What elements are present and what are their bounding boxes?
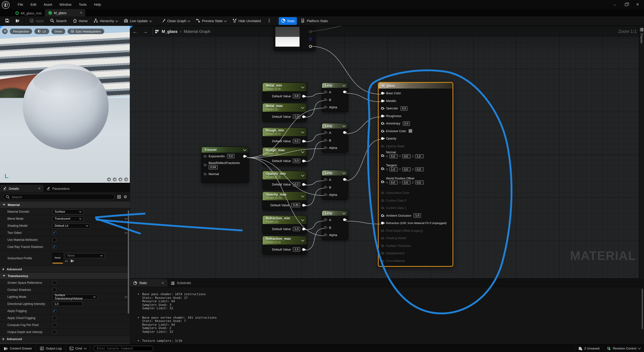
nav-back-button[interactable]: ← [130, 29, 140, 34]
apply-button[interactable]: Apply [27, 17, 46, 25]
search-button[interactable]: Search [48, 17, 69, 25]
input-pin[interactable] [204, 164, 206, 166]
param-node-opacity_max[interactable]: Opacity_max Param (0.35) Default Value 0… [262, 192, 307, 210]
material-input-pin[interactable] [381, 154, 384, 157]
param-node-rough_min[interactable]: Rough_min Param (0.2) Default Value 0,2 [262, 128, 307, 146]
input-pin-alpha[interactable] [324, 193, 327, 196]
hierarchy-button[interactable]: Hierarchy [92, 17, 120, 25]
param-node-rough_max[interactable]: Rough_max Param (0) Default Value 0,0 [262, 147, 307, 166]
settings-gear-icon[interactable]: ⚙ [124, 195, 127, 199]
output-pin[interactable] [343, 218, 346, 221]
menu-edit[interactable]: Edit [28, 2, 39, 8]
material-input-pin[interactable] [381, 230, 384, 232]
hide-unrelated-button[interactable]: Hide Unrelated [230, 17, 263, 25]
input-pin-a[interactable] [324, 90, 327, 93]
section-translucency[interactable]: Translucency [0, 273, 130, 280]
lighting-mode-dropdown[interactable]: Surface TranslucencyVolume [52, 294, 98, 299]
screen-space-reflections-checkbox[interactable] [52, 281, 56, 285]
palette-side-tab[interactable]: Palette [639, 26, 644, 279]
apply-cloud-fogging-checkbox[interactable] [52, 316, 56, 320]
more-button[interactable] [264, 17, 274, 25]
show-button[interactable]: Show [51, 28, 66, 34]
contact-shadows-checkbox[interactable] [52, 288, 56, 292]
maximize-button[interactable] [622, 1, 630, 8]
material-input-pin[interactable] [381, 252, 384, 255]
clean-graph-button[interactable]: Clean Graph [159, 17, 192, 25]
tab-parameters[interactable]: Parameters [44, 185, 72, 192]
param-node-metal_min[interactable]: Metal_min Param (0.8) Default Value 0,8 [262, 82, 307, 101]
material-input-pin[interactable] [381, 145, 384, 148]
output-pin-blue[interactable] [309, 38, 312, 40]
tab-details[interactable]: Details ✕ [0, 185, 44, 192]
use-selected-asset-icon[interactable]: ↩ [65, 259, 68, 263]
output-pin[interactable] [343, 178, 346, 181]
input-pin-alpha[interactable] [324, 146, 327, 149]
menu-tools[interactable]: Tools [76, 2, 90, 8]
lit-button[interactable]: Lit [34, 28, 49, 34]
live-update-button[interactable]: Live Update [122, 17, 154, 25]
viewport-menu-button[interactable] [2, 28, 8, 34]
input-pin-alpha[interactable] [324, 106, 327, 108]
input-pin-alpha[interactable] [324, 234, 327, 236]
input-pin[interactable] [204, 155, 206, 158]
section-group-sorting[interactable]: Group Sorting [0, 342, 130, 344]
directional-lighting-intensity-input[interactable]: 1,0 [52, 302, 82, 306]
preview-scene-button[interactable]: Epic Headquarters [68, 28, 104, 34]
color-swatch-checker[interactable] [408, 129, 412, 133]
material-input-pin[interactable] [381, 107, 384, 110]
save-button[interactable] [3, 17, 12, 25]
cast-ray-traced-shadows-checkbox[interactable]: ✓ [52, 245, 56, 249]
output-pin[interactable] [343, 90, 346, 93]
unsaved-assets-button[interactable]: ✱ 2 Unsaved [574, 344, 603, 352]
input-pin-a[interactable] [324, 178, 327, 181]
material-input-pin[interactable] [381, 244, 384, 247]
input-pin-a[interactable] [324, 218, 327, 221]
content-drawer-button[interactable]: Content Drawer [0, 344, 36, 352]
fresnel-node[interactable]: Fresnel ExponentIn5,0 BaseReflectFractio… [201, 146, 249, 183]
output-pin[interactable] [302, 204, 305, 206]
details-scrollbar[interactable] [128, 210, 129, 314]
output-pin[interactable] [302, 248, 305, 251]
param-node-metal_max[interactable]: Metal_max Param (1) Default Value 1,0 [262, 103, 307, 122]
preview-shape-sphere-button[interactable] [113, 178, 117, 182]
preview-shape-cylinder-button[interactable] [107, 178, 111, 182]
param-node-refraction_max[interactable]: Refraction_max Param (1.5) Default Value… [262, 236, 307, 254]
material-input-pin[interactable] [381, 237, 384, 240]
menu-file[interactable]: File [15, 2, 26, 8]
output-pin[interactable] [302, 228, 305, 230]
lerp-node-1[interactable]: Lerp A B Alpha [322, 82, 348, 112]
material-input-pin[interactable] [381, 192, 384, 194]
two-sided-checkbox[interactable]: ✓ [52, 231, 56, 235]
input-pin-b[interactable] [324, 98, 327, 101]
details-search-input[interactable]: Search [3, 194, 115, 200]
close-button[interactable]: ✕ [633, 1, 642, 8]
revision-control-button[interactable]: Revision Control [603, 344, 644, 352]
perspective-button[interactable]: Perspective [10, 28, 32, 34]
subsurface-profile-dropdown[interactable]: None [65, 253, 105, 258]
browse-to-asset-icon[interactable] [70, 259, 74, 263]
compute-fog-per-pixel-checkbox[interactable] [52, 323, 56, 327]
minimize-button[interactable]: – [610, 1, 619, 8]
preview-viewport[interactable]: PerspectiveLitShowEpic Headquarters [0, 26, 130, 184]
output-pin[interactable] [302, 140, 305, 142]
shading-model-dropdown[interactable]: Default Lit [52, 223, 90, 228]
preview-state-button[interactable]: Preview State [194, 17, 229, 25]
console-command-input[interactable]: Enter Console Command [94, 346, 153, 351]
section-advanced-collapsed[interactable]: Advanced [0, 336, 130, 342]
tab-m-glass[interactable]: M_glass ✕ [45, 9, 85, 16]
home-button[interactable]: Home [70, 17, 90, 25]
material-input-pin[interactable] [381, 122, 384, 125]
material-domain-dropdown[interactable]: Surface [52, 209, 84, 214]
material-input-pin[interactable] [381, 222, 384, 224]
breadcrumb-asset[interactable]: M_glass [162, 29, 178, 34]
output-pin[interactable] [302, 95, 305, 98]
use-material-attributes-checkbox[interactable] [52, 238, 56, 242]
input-pin-b[interactable] [324, 139, 327, 142]
output-pin[interactable] [302, 160, 305, 162]
section-advanced-collapsed[interactable]: Advanced [0, 266, 130, 273]
material-input-pin[interactable] [381, 100, 384, 102]
lerp-node-4[interactable]: Lerp A B Alpha [322, 210, 348, 240]
param-node-opacity_min[interactable]: Opacity_min Param (0.2) Default Value 0,… [262, 171, 307, 190]
material-input-pin[interactable] [381, 180, 384, 183]
material-graph-canvas[interactable]: Fresnel ExponentIn5,0 BaseReflectFractio… [130, 26, 644, 344]
